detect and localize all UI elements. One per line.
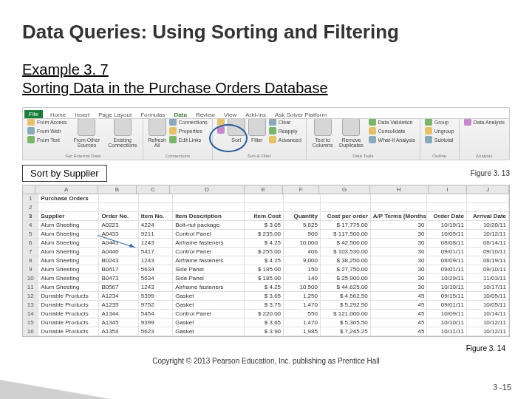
filter-icon [248,118,266,136]
advanced-button[interactable]: Advanced [269,136,301,143]
reapply-button[interactable]: Reapply [269,127,301,134]
tab-addins[interactable]: Add-Ins [245,112,266,118]
links-icon [169,136,177,143]
clear-icon [269,118,276,126]
dup-icon [342,118,360,136]
excel-ribbon: File Home Insert Page Layout Formulas Da… [22,107,510,160]
table-row[interactable]: 1Purchase Orders [23,194,509,203]
table-row[interactable]: 5Alum SheetingA04339211Control Panel$ 23… [23,230,509,239]
column-headers: AB CD EF GH IJ [23,185,509,194]
tab-review[interactable]: Review [196,112,215,118]
properties-icon [169,127,177,134]
table-row[interactable]: 6Alum SheetingA04431243Airframe fastener… [23,239,509,248]
table-row[interactable]: 9Alum SheetingB04175634Side Panel$ 185.0… [23,265,509,274]
group-button[interactable]: Group [425,118,454,126]
refresh-button[interactable]: Refresh All [148,118,166,148]
from-web-button[interactable]: From Web [27,127,66,134]
table-row[interactable]: 2 [23,203,509,212]
from-text-button[interactable]: From Text [27,136,66,143]
group-icon [425,118,432,126]
tab-page-layout[interactable]: Page Layout [98,112,132,118]
existing-conn-icon [114,118,132,136]
ungroup-icon [425,127,432,134]
clear-button[interactable]: Clear [269,118,301,126]
ribbon-tabs: File Home Insert Page Layout Formulas Da… [23,108,509,119]
table-row[interactable]: 8Alum SheetingB02431243Airframe fastener… [23,256,509,265]
remove-dup-button[interactable]: Remove Duplicates [337,118,365,148]
tab-ask-solver[interactable]: Ask Solver Platform [275,112,327,118]
example-subtitle: Sorting Data in the Purchase Orders Data… [22,80,510,97]
page-number: 3 -15 [493,383,511,392]
text-to-columns-button[interactable]: Text to Columns [311,118,335,148]
tab-formulas[interactable]: Formulas [140,112,165,118]
decorative-triangle [0,380,111,399]
copyright: Copyright © 2013 Pearson Education, Inc.… [22,357,510,365]
other-sources-icon [78,118,95,136]
from-other-button[interactable]: From Other Sources [71,118,102,148]
table-row[interactable]: 14Durrable ProductsA13445454Control Pane… [23,310,509,318]
sort-icon [228,118,245,136]
subtotal-button[interactable]: Subtotal [425,136,454,143]
from-access-button[interactable]: From Access [27,118,66,126]
figure-3-14-label: Figure 3. 14 [22,344,505,352]
sort-desc-icon[interactable] [217,126,225,134]
ungroup-button[interactable]: Ungroup [425,127,454,134]
data-validation-button[interactable]: Data Validation [369,118,415,126]
reapply-icon [269,127,276,134]
validation-icon [369,118,376,126]
slide-title: Data Queries: Using Sorting and Filterin… [22,21,510,44]
edit-links-button[interactable]: Edit Links [169,136,208,143]
analysis-icon [464,118,471,126]
table-row[interactable]: 4Alum SheetingA02234224Bolt-nut package$… [23,221,509,230]
figure-3-13-label: Figure 3. 13 [471,169,510,177]
data-analysis-button[interactable]: Data Analysis [464,118,505,126]
advanced-icon [269,136,276,143]
access-icon [27,118,35,126]
refresh-icon [149,118,166,136]
subtotal-icon [425,136,432,143]
tab-view[interactable]: View [224,112,236,118]
connections-button[interactable]: Connections [169,118,208,126]
sort-button[interactable]: Sort [228,118,245,143]
example-number: Example 3. 7 [22,61,510,78]
table-row[interactable]: 11Alum SheetingB05671243Airframe fastene… [23,283,509,292]
ttc-icon [314,118,332,136]
table-row[interactable]: 15Durrable ProductsA13459399Gasket$ 3.65… [23,318,509,327]
sort-asc-icon[interactable] [217,118,225,126]
text-icon [27,136,35,143]
tab-file[interactable]: File [24,110,43,118]
consolidate-button[interactable]: Consolidate [369,127,415,134]
table-row[interactable]: 10Alum SheetingB04735634Side Panel$ 185.… [23,274,509,283]
spreadsheet: AB CD EF GH IJ 1Purchase Orders 2 3Suppl… [22,185,510,337]
connections-icon [169,118,177,126]
whatif-button[interactable]: What-If Analysis [369,136,415,143]
filter-button[interactable]: Filter [248,118,266,143]
table-row[interactable]: 3SupplierOrder No.Item No.Item Descripti… [23,212,509,221]
properties-button[interactable]: Properties [169,127,208,134]
consolidate-icon [369,127,376,134]
tab-insert[interactable]: Insert [75,112,89,118]
table-row[interactable]: 12Durrable ProductsA12345399Gasket$ 3.65… [23,292,509,301]
tab-data[interactable]: Data [174,112,187,118]
whatif-icon [369,136,376,143]
existing-conn-button[interactable]: Existing Connections [106,118,138,148]
sort-by-supplier-caption: Sort by Supplier [22,165,107,182]
web-icon [27,127,35,134]
table-row[interactable]: 13Durrable ProductsA12359752Gasket$ 3.75… [23,301,509,310]
tab-home[interactable]: Home [50,112,66,118]
table-row[interactable]: 16Durrable ProductsA13545623Gasket$ 3.90… [23,327,509,336]
table-row[interactable]: 7Alum SheetingA04465417Control Panel$ 25… [23,248,509,256]
